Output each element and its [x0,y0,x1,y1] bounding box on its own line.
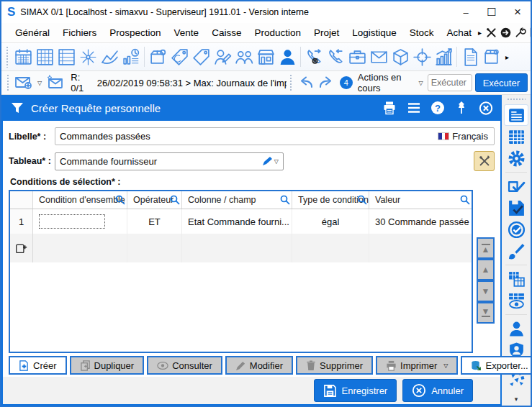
settings-gear-icon[interactable] [505,148,528,168]
cancel-button[interactable]: Annuler [402,379,473,402]
menu-stock[interactable]: Stock [403,27,441,38]
menu-overflow-icon[interactable]: ▸ [478,29,482,37]
advanced-tools-button[interactable] [474,151,495,171]
redo-icon[interactable] [317,73,335,92]
mail-dropdown-icon[interactable]: ▽ [36,80,43,86]
menu-achat[interactable]: Achat [441,27,479,38]
execute-button[interactable]: Exécuter [475,73,528,92]
print-icon[interactable] [382,101,397,115]
actions-dropdown-icon[interactable]: ▽ [418,80,425,86]
contacts-group-icon[interactable] [233,46,255,68]
phone-outgoing-icon[interactable] [303,46,325,68]
search-icon[interactable] [280,195,290,207]
undo-icon[interactable] [297,73,315,92]
imprimer-dropdown-icon[interactable]: ▽ [443,362,448,369]
imprimer-tab[interactable]: Imprimer ▽ [376,356,458,375]
form-view-icon[interactable] [505,105,528,125]
preview-grid-icon[interactable] [505,291,528,311]
add-row-icon[interactable] [10,234,33,262]
search-icon[interactable] [357,195,367,207]
creer-tab[interactable]: Créer [9,356,67,375]
statusbar-grip2[interactable] [289,74,292,91]
bar-chart-icon[interactable] [433,46,454,68]
cell-condition-ensemble[interactable] [33,209,127,234]
menu-production[interactable]: Production [248,27,307,38]
statusbar-grip[interactable] [6,74,9,91]
planning-grid-icon[interactable] [34,46,55,68]
table-row[interactable]: 1 ET Etat Commande fourni... égal 30 Com… [10,209,472,234]
move-down-button[interactable]: ▼ [477,280,495,302]
mail-icon[interactable] [368,46,389,68]
save-record-icon[interactable] [505,198,528,218]
parcel-icon[interactable] [481,46,502,68]
cell-operateur[interactable]: ET [127,209,182,234]
empty-cell[interactable] [292,234,369,262]
new-row[interactable] [10,234,472,262]
menu-vente[interactable]: Vente [168,27,206,38]
list-view-icon[interactable] [55,46,77,68]
tableau-combobox[interactable]: Commande fournisseur ▽ [55,152,284,170]
sidebar-grip[interactable] [507,98,526,101]
dupliquer-tab[interactable]: Dupliquer [70,356,145,375]
cube-abc-icon[interactable] [389,46,411,68]
validate-action-icon[interactable] [505,176,528,196]
cell-type-condition[interactable]: égal [292,209,369,234]
supprimer-tab[interactable]: Supprimer [296,356,373,375]
document-icon[interactable] [459,46,481,68]
price-tag-icon[interactable] [190,46,212,68]
edit-pencil-icon[interactable] [261,155,273,167]
exporter-tab[interactable]: Exporter... [461,356,532,375]
approve-circle-icon[interactable] [505,219,528,239]
menu-icon[interactable] [407,101,421,115]
contact-edit-icon[interactable] [212,46,233,68]
menu-general[interactable]: Général [9,27,56,38]
empty-cell[interactable] [369,234,472,262]
calendar-icon[interactable] [12,46,34,68]
minimize-button[interactable]: – [453,1,479,23]
statistics-icon[interactable] [120,46,142,68]
mail-new-icon[interactable] [14,73,33,92]
burst-icon[interactable] [77,46,99,68]
login-arrow-icon[interactable] [499,27,512,40]
close-button[interactable]: × [505,1,531,23]
sidebar-more-icon[interactable]: ▾ [515,395,518,403]
empty-cell[interactable] [33,234,127,262]
script-settings-icon[interactable] [528,27,532,40]
pin-icon[interactable] [454,101,469,115]
search-icon[interactable] [170,195,180,207]
modifier-tab[interactable]: Modifier [225,356,293,375]
move-top-button[interactable]: ▲ [477,237,495,259]
actions-in-progress-label[interactable]: Actions en cours [358,72,415,93]
duplicate-tables-icon[interactable] [505,269,528,289]
col-valeur[interactable]: Valeur [369,191,472,209]
mail-event-icon[interactable] [46,73,65,92]
col-operateur[interactable]: Opérateur [127,191,182,209]
col-colonne-champ[interactable]: Colonne / champ [182,191,292,209]
search-icon[interactable] [115,195,125,207]
move-bottom-button[interactable]: ▼ [477,302,495,324]
search-icon[interactable] [460,195,470,207]
line-chart-icon[interactable] [99,46,120,68]
maximize-button[interactable]: ☐ [479,1,505,23]
col-condition-ensemble[interactable]: Condition d'ensemble [33,191,127,209]
empty-cell[interactable] [182,234,292,262]
execute-input[interactable] [428,74,472,91]
briefcase-icon[interactable] [346,46,368,68]
theme-brush-icon[interactable] [505,241,528,261]
col-type-condition[interactable]: Type de condition [292,191,369,209]
libelle-input[interactable] [55,131,438,142]
consulter-tab[interactable]: Consulter [147,356,222,375]
move-up-button[interactable]: ▲ [477,259,495,280]
store-icon[interactable] [255,46,276,68]
menu-fichiers[interactable]: Fichiers [56,27,103,38]
menu-projet[interactable]: Projet [307,27,346,38]
phone-incoming-icon[interactable] [325,46,346,68]
tools-cross-icon[interactable] [484,27,497,40]
focused-empty-cell[interactable] [39,214,105,229]
menu-caisse[interactable]: Caisse [205,27,248,38]
price-tag-euro-icon[interactable] [168,46,190,68]
close-icon[interactable] [479,101,493,115]
menu-logistique[interactable]: Logistique [346,27,403,38]
crosshair-icon[interactable] [411,46,433,68]
cell-colonne-champ[interactable]: Etat Commande fourni... [182,209,292,234]
